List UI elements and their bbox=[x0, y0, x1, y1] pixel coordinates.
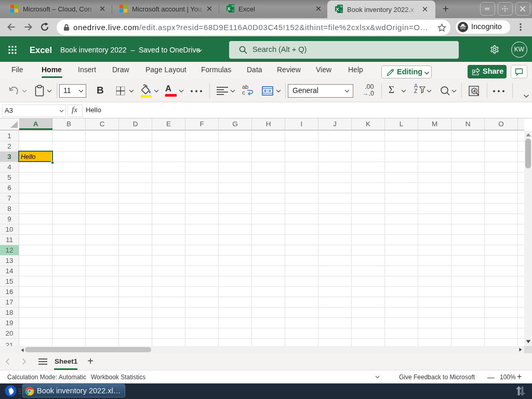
svg-text:X: X bbox=[336, 7, 339, 12]
svg-text:X: X bbox=[227, 6, 230, 11]
